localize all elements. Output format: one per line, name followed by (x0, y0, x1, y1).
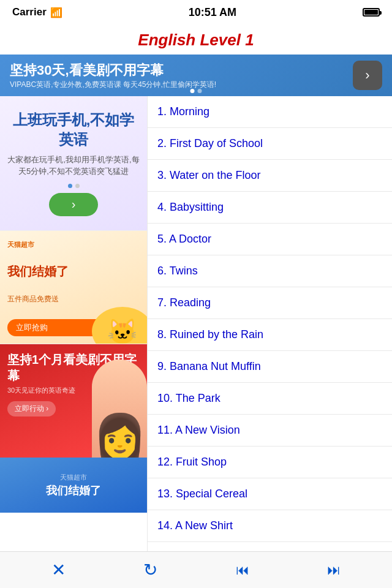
lesson-item[interactable]: 14. A New Shirt (148, 510, 392, 542)
banner-top-title: 坚持30天,看美剧不用字幕 (10, 61, 216, 80)
left-ad2-logo: 天猫超市 (7, 238, 140, 249)
banner-dot-1 (190, 89, 195, 93)
left-ad1-dot-1 (68, 184, 72, 188)
banner-dots (190, 89, 202, 93)
lesson-item[interactable]: 6. Twins (148, 255, 392, 287)
lesson-item[interactable]: 9. Banana Nut Muffin (148, 351, 392, 383)
lesson-item[interactable]: 5. A Doctor (148, 224, 392, 255)
battery-icon (363, 8, 380, 17)
bottom-nav: ✕ ↻ ⏮ ⏭ (0, 551, 392, 588)
banner-top-subtitle: VIPABC英语,专业外教,免费英语课 每天45分钟,忙里偷闲学英语! (10, 80, 216, 90)
carrier-label: Carrier (12, 6, 47, 18)
lesson-item[interactable]: 7. Reading (148, 287, 392, 319)
left-ad1-dots (68, 184, 80, 188)
left-ad-2[interactable]: 天猫超市 我们结婚了 五件商品免费送 立即抢购 🐱 (0, 231, 147, 344)
left-ad2-title: 我们结婚了 (7, 264, 140, 279)
left-ad1-dot-2 (75, 184, 80, 188)
main-content: 上班玩手机,不如学英语 大家都在玩手机,我却用手机学英语,每天5分钟,不知不觉英… (0, 96, 392, 588)
lesson-item[interactable]: 3. Water on the Floor (148, 160, 392, 192)
banner-top-text: 坚持30天,看美剧不用字幕 VIPABC英语,专业外教,免费英语课 每天45分钟… (10, 61, 216, 90)
left-ad1-title: 上班玩手机,不如学英语 (7, 110, 140, 148)
lesson-item[interactable]: 4. Babysitting (148, 192, 392, 224)
person-silhouette: 👩 (92, 360, 147, 458)
left-ad-4[interactable]: 天猫超市 我们结婚了 (0, 458, 147, 513)
back-button[interactable]: ⏮ (226, 557, 259, 583)
left-ad1-body: 大家都在玩手机,我却用手机学英语,每天5分钟,不知不觉英语突飞猛进 (7, 154, 140, 178)
close-button[interactable]: ✕ (42, 555, 75, 585)
page-title: English Level 1 (0, 24, 392, 55)
top-banner-ad[interactable]: 坚持30天,看美剧不用字幕 VIPABC英语,专业外教,免费英语课 每天45分钟… (0, 55, 392, 96)
wifi-icon: 📶 (50, 7, 62, 18)
left-ad2-subtitle: 五件商品免费送 (7, 294, 140, 304)
left-ad1-arrow-button[interactable]: › (49, 193, 98, 216)
left-ad4-logo: 天猫超市 (46, 473, 101, 482)
forward-button[interactable]: ⏭ (317, 557, 350, 583)
banner-next-button[interactable]: › (353, 61, 382, 90)
status-bar: Carrier 📶 10:51 AM (0, 0, 392, 24)
lesson-item[interactable]: 11. A New Vision (148, 415, 392, 447)
reload-button[interactable]: ↻ (134, 555, 167, 585)
banner-dot-2 (198, 89, 202, 93)
left-ad-3[interactable]: 坚持1个月看美剧不用字幕 30天见证你的英语奇迹 立即行动 › 👩 (0, 344, 147, 458)
lesson-item[interactable]: 2. First Day of School (148, 128, 392, 160)
left-column: 上班玩手机,不如学英语 大家都在玩手机,我却用手机学英语,每天5分钟,不知不觉英… (0, 96, 147, 588)
lesson-list: 1. Morning2. First Day of School3. Water… (147, 96, 392, 588)
lesson-item[interactable]: 8. Ruined by the Rain (148, 319, 392, 351)
battery-area (363, 8, 380, 17)
left-ad3-button[interactable]: 立即行动 › (7, 401, 56, 417)
lesson-item[interactable]: 13. Special Cereal (148, 478, 392, 510)
left-ad4-title: 我们结婚了 (46, 483, 101, 498)
lesson-item[interactable]: 10. The Park (148, 383, 392, 415)
left-ad-1[interactable]: 上班玩手机,不如学英语 大家都在玩手机,我却用手机学英语,每天5分钟,不知不觉英… (0, 96, 147, 231)
status-time: 10:51 AM (189, 6, 236, 19)
lesson-item[interactable]: 1. Morning (148, 96, 392, 128)
lesson-item[interactable]: 12. Fruit Shop (148, 447, 392, 478)
left-ad4-inner: 天猫超市 我们结婚了 (40, 467, 107, 504)
status-left: Carrier 📶 (12, 6, 62, 18)
